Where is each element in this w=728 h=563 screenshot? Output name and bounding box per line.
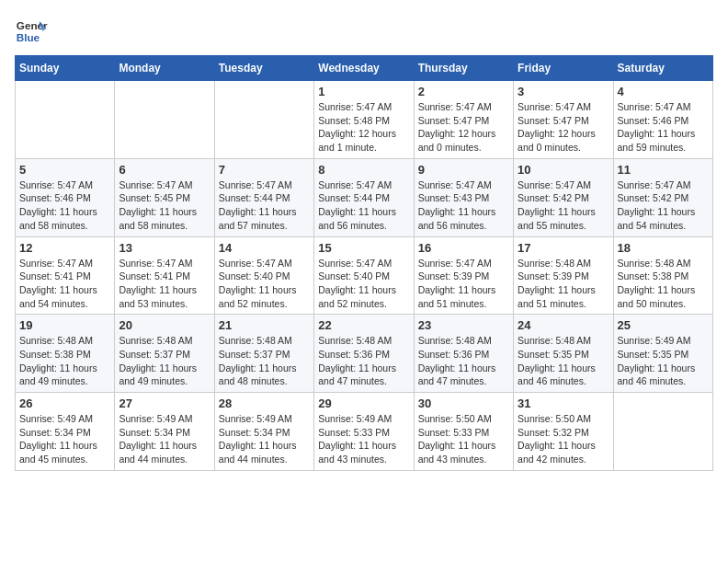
day-number: 4	[618, 85, 709, 98]
day-info: Sunrise: 5:50 AMSunset: 5:32 PMDaylight:…	[518, 412, 609, 466]
day-info: Sunrise: 5:49 AMSunset: 5:33 PMDaylight:…	[318, 412, 409, 466]
calendar-cell: 21Sunrise: 5:48 AMSunset: 5:37 PMDayligh…	[214, 315, 313, 393]
weekday-header: Friday	[514, 56, 613, 81]
day-number: 20	[119, 318, 210, 332]
calendar-cell: 27Sunrise: 5:49 AMSunset: 5:34 PMDayligh…	[115, 393, 214, 471]
calendar-cell: 24Sunrise: 5:48 AMSunset: 5:35 PMDayligh…	[514, 315, 613, 393]
day-info: Sunrise: 5:50 AMSunset: 5:33 PMDaylight:…	[418, 412, 509, 466]
day-number: 1	[318, 85, 409, 98]
calendar-week-row: 5Sunrise: 5:47 AMSunset: 5:46 PMDaylight…	[16, 158, 713, 236]
day-number: 29	[318, 396, 409, 410]
day-number: 23	[418, 318, 509, 332]
day-info: Sunrise: 5:49 AMSunset: 5:34 PMDaylight:…	[119, 412, 210, 466]
day-number: 24	[518, 318, 609, 332]
calendar-cell: 15Sunrise: 5:47 AMSunset: 5:40 PMDayligh…	[314, 236, 414, 315]
day-number: 5	[19, 163, 110, 177]
svg-text:Blue: Blue	[17, 31, 40, 43]
weekday-header: Wednesday	[314, 56, 414, 81]
calendar-cell: 13Sunrise: 5:47 AMSunset: 5:41 PMDayligh…	[115, 236, 214, 315]
calendar-cell: 8Sunrise: 5:47 AMSunset: 5:44 PMDaylight…	[314, 158, 414, 236]
day-number: 31	[518, 396, 609, 410]
calendar-cell: 11Sunrise: 5:47 AMSunset: 5:42 PMDayligh…	[613, 158, 712, 236]
day-number: 16	[418, 241, 509, 255]
day-info: Sunrise: 5:47 AMSunset: 5:46 PMDaylight:…	[618, 100, 709, 155]
calendar-cell: 29Sunrise: 5:49 AMSunset: 5:33 PMDayligh…	[314, 393, 414, 471]
day-number: 27	[119, 396, 210, 410]
calendar-cell: 9Sunrise: 5:47 AMSunset: 5:43 PMDaylight…	[414, 158, 513, 236]
day-info: Sunrise: 5:47 AMSunset: 5:43 PMDaylight:…	[418, 178, 509, 233]
day-number: 3	[518, 85, 609, 98]
weekday-header: Monday	[115, 56, 214, 81]
calendar-cell: 20Sunrise: 5:48 AMSunset: 5:37 PMDayligh…	[115, 315, 214, 393]
calendar-cell: 6Sunrise: 5:47 AMSunset: 5:45 PMDaylight…	[115, 158, 214, 236]
day-number: 11	[618, 163, 709, 177]
day-number: 7	[219, 163, 310, 177]
calendar-cell	[16, 81, 115, 159]
day-info: Sunrise: 5:48 AMSunset: 5:37 PMDaylight:…	[219, 334, 310, 388]
page-header: General Blue	[15, 15, 713, 48]
day-info: Sunrise: 5:47 AMSunset: 5:41 PMDaylight:…	[19, 257, 110, 311]
calendar-cell: 22Sunrise: 5:48 AMSunset: 5:36 PMDayligh…	[314, 315, 414, 393]
calendar-cell: 30Sunrise: 5:50 AMSunset: 5:33 PMDayligh…	[414, 393, 513, 471]
weekday-header: Saturday	[613, 56, 712, 81]
calendar-cell: 25Sunrise: 5:49 AMSunset: 5:35 PMDayligh…	[613, 315, 712, 393]
calendar-cell: 16Sunrise: 5:47 AMSunset: 5:39 PMDayligh…	[414, 236, 513, 315]
day-number: 25	[618, 318, 709, 332]
day-info: Sunrise: 5:47 AMSunset: 5:44 PMDaylight:…	[318, 178, 409, 233]
weekday-header: Tuesday	[214, 56, 313, 81]
day-info: Sunrise: 5:47 AMSunset: 5:45 PMDaylight:…	[119, 178, 210, 233]
calendar-cell: 14Sunrise: 5:47 AMSunset: 5:40 PMDayligh…	[214, 236, 313, 315]
calendar-cell: 28Sunrise: 5:49 AMSunset: 5:34 PMDayligh…	[214, 393, 313, 471]
day-number: 26	[19, 396, 110, 410]
day-number: 28	[219, 396, 310, 410]
day-info: Sunrise: 5:48 AMSunset: 5:37 PMDaylight:…	[119, 334, 210, 388]
calendar-cell: 2Sunrise: 5:47 AMSunset: 5:47 PMDaylight…	[414, 81, 513, 159]
calendar-cell: 3Sunrise: 5:47 AMSunset: 5:47 PMDaylight…	[514, 81, 613, 159]
day-number: 18	[618, 241, 709, 255]
calendar-cell: 31Sunrise: 5:50 AMSunset: 5:32 PMDayligh…	[514, 393, 613, 471]
calendar-cell: 1Sunrise: 5:47 AMSunset: 5:48 PMDaylight…	[314, 81, 414, 159]
day-number: 14	[219, 241, 310, 255]
calendar-cell: 4Sunrise: 5:47 AMSunset: 5:46 PMDaylight…	[613, 81, 712, 159]
calendar-week-row: 26Sunrise: 5:49 AMSunset: 5:34 PMDayligh…	[16, 393, 713, 471]
day-number: 8	[318, 163, 409, 177]
day-number: 13	[119, 241, 210, 255]
calendar-week-row: 1Sunrise: 5:47 AMSunset: 5:48 PMDaylight…	[16, 81, 713, 159]
day-info: Sunrise: 5:49 AMSunset: 5:34 PMDaylight:…	[19, 412, 110, 466]
day-info: Sunrise: 5:47 AMSunset: 5:47 PMDaylight:…	[518, 100, 609, 155]
calendar-cell: 23Sunrise: 5:48 AMSunset: 5:36 PMDayligh…	[414, 315, 513, 393]
calendar-cell: 10Sunrise: 5:47 AMSunset: 5:42 PMDayligh…	[514, 158, 613, 236]
day-info: Sunrise: 5:49 AMSunset: 5:34 PMDaylight:…	[219, 412, 310, 466]
day-info: Sunrise: 5:48 AMSunset: 5:38 PMDaylight:…	[19, 334, 110, 388]
day-info: Sunrise: 5:47 AMSunset: 5:44 PMDaylight:…	[219, 178, 310, 233]
calendar-week-row: 19Sunrise: 5:48 AMSunset: 5:38 PMDayligh…	[16, 315, 713, 393]
day-info: Sunrise: 5:47 AMSunset: 5:40 PMDaylight:…	[219, 257, 310, 311]
calendar-cell: 19Sunrise: 5:48 AMSunset: 5:38 PMDayligh…	[16, 315, 115, 393]
day-number: 15	[318, 241, 409, 255]
day-number: 19	[19, 318, 110, 332]
calendar-cell: 7Sunrise: 5:47 AMSunset: 5:44 PMDaylight…	[214, 158, 313, 236]
day-number: 12	[19, 241, 110, 255]
calendar-cell: 18Sunrise: 5:48 AMSunset: 5:38 PMDayligh…	[613, 236, 712, 315]
day-number: 9	[418, 163, 509, 177]
day-number: 2	[418, 85, 509, 98]
day-info: Sunrise: 5:48 AMSunset: 5:36 PMDaylight:…	[418, 334, 509, 388]
day-info: Sunrise: 5:47 AMSunset: 5:42 PMDaylight:…	[618, 178, 709, 233]
day-info: Sunrise: 5:47 AMSunset: 5:46 PMDaylight:…	[19, 178, 110, 233]
day-number: 22	[318, 318, 409, 332]
calendar-cell: 5Sunrise: 5:47 AMSunset: 5:46 PMDaylight…	[16, 158, 115, 236]
weekday-header: Sunday	[16, 56, 115, 81]
calendar-cell	[214, 81, 313, 159]
calendar-cell: 26Sunrise: 5:49 AMSunset: 5:34 PMDayligh…	[16, 393, 115, 471]
day-number: 17	[518, 241, 609, 255]
day-info: Sunrise: 5:47 AMSunset: 5:47 PMDaylight:…	[418, 100, 509, 155]
day-info: Sunrise: 5:47 AMSunset: 5:41 PMDaylight:…	[119, 257, 210, 311]
day-info: Sunrise: 5:47 AMSunset: 5:40 PMDaylight:…	[318, 257, 409, 311]
calendar-cell: 12Sunrise: 5:47 AMSunset: 5:41 PMDayligh…	[16, 236, 115, 315]
day-number: 10	[518, 163, 609, 177]
weekday-header: Thursday	[414, 56, 513, 81]
day-info: Sunrise: 5:47 AMSunset: 5:48 PMDaylight:…	[318, 100, 409, 155]
day-info: Sunrise: 5:48 AMSunset: 5:35 PMDaylight:…	[518, 334, 609, 388]
day-number: 21	[219, 318, 310, 332]
calendar-cell: 17Sunrise: 5:48 AMSunset: 5:39 PMDayligh…	[514, 236, 613, 315]
